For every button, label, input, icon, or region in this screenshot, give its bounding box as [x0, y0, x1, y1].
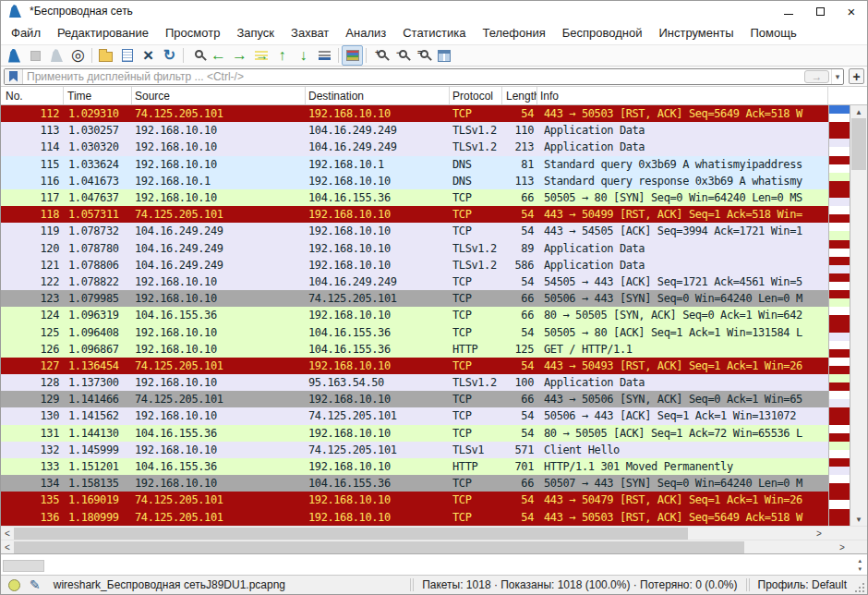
packet-row[interactable]: 1241.096319104.16.155.36192.168.10.10TCP…	[1, 307, 828, 323]
go-to-packet-icon[interactable]	[250, 45, 271, 66]
packet-row[interactable]: 1231.079985192.168.10.1074.125.205.101TC…	[1, 290, 828, 307]
resize-columns-icon[interactable]	[433, 45, 454, 66]
expert-info-icon[interactable]	[8, 579, 20, 591]
menu-item[interactable]: Анализ	[337, 23, 394, 42]
colorize-icon[interactable]	[342, 45, 363, 66]
horizontal-scrollbar-thumb[interactable]	[14, 541, 744, 553]
zoom-out-icon[interactable]: −	[391, 45, 412, 66]
packet-row[interactable]: 1301.141562192.168.10.1074.125.205.101TC…	[1, 407, 828, 424]
vertical-scrollbar[interactable]: ▲ ▼	[850, 105, 867, 526]
packet-row[interactable]: 1251.096408192.168.10.10104.16.155.36TCP…	[1, 323, 828, 340]
scroll-left-icon[interactable]: <	[1, 540, 14, 554]
scroll-right-icon[interactable]: >	[813, 527, 826, 540]
go-back-icon[interactable]	[208, 45, 229, 66]
packet-row[interactable]: 1121.02931074.125.205.101192.168.10.10TC…	[1, 105, 828, 122]
packet-row[interactable]: 1181.05731174.125.205.101192.168.10.10TC…	[1, 206, 828, 223]
menu-item[interactable]: Статистика	[394, 23, 474, 42]
column-header-info[interactable]: Info	[537, 87, 828, 104]
packet-row[interactable]: 1341.158135192.168.10.10104.16.155.36TCP…	[1, 475, 828, 492]
packet-row[interactable]: 1261.096867192.168.10.10104.16.155.36HTT…	[1, 341, 828, 358]
packet-cell-destination: 74.125.205.101	[306, 407, 450, 424]
menu-item[interactable]: Беспроводной	[554, 23, 651, 42]
packet-cell-protocol: TCP	[450, 223, 502, 239]
column-header-source[interactable]: Source	[132, 87, 306, 104]
go-forward-icon[interactable]	[229, 45, 250, 66]
column-header-time[interactable]: Time	[64, 87, 132, 104]
minimap-stripe	[829, 223, 850, 231]
packet-row[interactable]: 1161.041673192.168.10.1192.168.10.10DNS1…	[1, 173, 828, 189]
packet-cell-source: 104.16.249.249	[132, 240, 306, 257]
edit-comment-icon[interactable]: ✎	[30, 578, 41, 591]
pane-scroll-arrows-icon[interactable]: ▴▾	[858, 556, 862, 573]
menu-item[interactable]: Редактирование	[49, 23, 157, 42]
capture-options-icon[interactable]	[67, 45, 89, 66]
scroll-up-icon[interactable]: ▲	[850, 105, 867, 118]
horizontal-scrollbar-secondary[interactable]: < >	[1, 540, 867, 553]
packet-cell-protocol: TLSv1.2	[450, 139, 502, 155]
packet-row[interactable]: 1281.137300192.168.10.1095.163.54.50TLSv…	[1, 374, 828, 391]
zoom-original-icon[interactable]: =	[412, 45, 433, 66]
start-capture-icon[interactable]	[4, 45, 25, 66]
packet-row[interactable]: 1221.078822192.168.10.10104.16.249.249TC…	[1, 273, 828, 290]
profile-label[interactable]: Профиль: Default	[751, 578, 855, 591]
menu-item[interactable]: Файл	[3, 23, 49, 42]
minimap-stripe	[829, 358, 850, 366]
menu-item[interactable]: Просмотр	[157, 23, 228, 42]
minimap-stripe	[829, 198, 850, 206]
filter-dropdown-button[interactable]: ▾	[831, 69, 843, 84]
go-top-icon	[279, 47, 286, 64]
scroll-down-icon[interactable]: ▼	[850, 513, 867, 526]
menu-item[interactable]: Захват	[283, 23, 337, 42]
packet-row[interactable]: 1321.145999192.168.10.1074.125.205.101TL…	[1, 442, 828, 458]
scroll-left-icon[interactable]: <	[1, 527, 14, 540]
open-file-icon[interactable]	[95, 45, 116, 66]
maximize-button[interactable]	[804, 1, 836, 21]
find-packet-icon[interactable]	[187, 45, 208, 66]
resize-grip[interactable]	[854, 582, 865, 593]
save-file-icon[interactable]	[116, 45, 138, 66]
column-header-protocol[interactable]: Protocol	[450, 87, 502, 104]
packet-row[interactable]: 1131.030257192.168.10.10104.16.249.249TL…	[1, 122, 828, 139]
collapsed-pane-box	[3, 560, 44, 572]
packet-row[interactable]: 1171.047637192.168.10.10104.16.155.36TCP…	[1, 189, 828, 206]
column-header-length[interactable]: Length	[502, 87, 537, 104]
intelligent-scrollbar-minimap[interactable]	[828, 105, 850, 526]
packet-row[interactable]: 1291.14146674.125.205.101192.168.10.10TC…	[1, 391, 828, 407]
minimize-button[interactable]	[773, 1, 804, 21]
horizontal-scrollbar-thumb[interactable]	[14, 528, 688, 540]
menu-item[interactable]: Помощь	[742, 23, 805, 42]
packet-row[interactable]: 1191.078732104.16.249.249192.168.10.10TC…	[1, 223, 828, 239]
packet-row[interactable]: 1271.13645474.125.205.101192.168.10.10TC…	[1, 358, 828, 374]
menu-item[interactable]: Запуск	[228, 23, 283, 42]
packet-cell-no: 114	[1, 139, 64, 155]
reload-file-icon[interactable]	[159, 45, 180, 66]
packet-row[interactable]: 1351.16901974.125.205.101192.168.10.10TC…	[1, 492, 828, 508]
column-header-destination[interactable]: Destination	[306, 87, 450, 104]
packet-row[interactable]: 1311.144130104.16.155.36192.168.10.10TCP…	[1, 425, 828, 442]
vertical-scrollbar-thumb[interactable]	[851, 118, 866, 170]
packet-row[interactable]: 1361.18099974.125.205.101192.168.10.10TC…	[1, 509, 828, 526]
close-button[interactable]: ×	[836, 1, 867, 21]
packet-cell-no: 132	[1, 442, 64, 458]
packet-row[interactable]: 1211.078806104.16.249.249192.168.10.10TL…	[1, 257, 828, 273]
menu-item[interactable]: Телефония	[474, 23, 553, 42]
go-bottom-icon[interactable]	[293, 45, 314, 66]
packet-row[interactable]: 1141.030320192.168.10.10104.16.249.249TL…	[1, 139, 828, 155]
packet-row[interactable]: 1151.033624192.168.10.10192.168.10.1DNS8…	[1, 156, 828, 173]
menu-item[interactable]: Инструменты	[650, 23, 741, 42]
auto-scroll-icon[interactable]	[314, 45, 335, 66]
horizontal-scrollbar-list[interactable]: < >	[1, 526, 867, 540]
maximize-icon	[816, 7, 825, 16]
filter-bookmark-button[interactable]	[5, 69, 23, 84]
zoom-in-icon[interactable]: +	[369, 45, 391, 66]
go-top-icon[interactable]	[271, 45, 293, 66]
scroll-right-icon[interactable]: >	[836, 540, 849, 554]
close-file-icon[interactable]	[138, 45, 159, 66]
packet-row[interactable]: 1201.078780104.16.249.249192.168.10.10TL…	[1, 240, 828, 257]
column-header-no[interactable]: No.	[1, 87, 64, 104]
main-toolbar: +−=	[1, 44, 867, 67]
apply-filter-button[interactable]: →	[804, 70, 829, 83]
add-filter-button[interactable]: +	[849, 68, 864, 84]
display-filter-input[interactable]	[23, 70, 804, 83]
packet-row[interactable]: 1331.151201104.16.155.36192.168.10.10HTT…	[1, 458, 828, 475]
